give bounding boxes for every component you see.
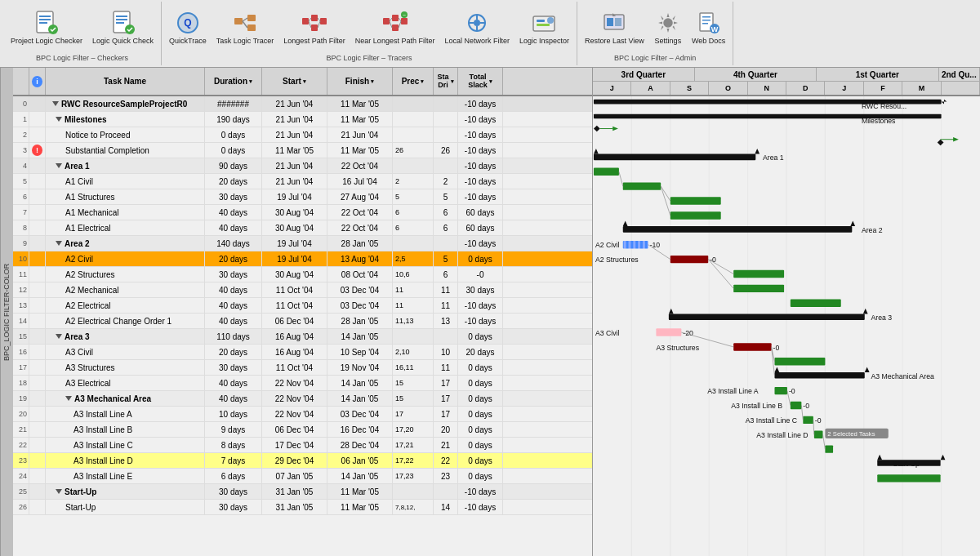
table-row[interactable]: 22 A3 Install Line C 8 days 17 Dec '04 2… bbox=[13, 438, 592, 453]
quick-check-icon bbox=[110, 10, 136, 36]
table-row[interactable]: 9 Area 2 140 days 19 Jul '04 28 Jan '05 … bbox=[13, 236, 592, 251]
table-row[interactable]: 15 Area 3 110 days 16 Aug '04 14 Jan '05… bbox=[13, 329, 592, 345]
table-row[interactable]: 17 A3 Structures 30 days 11 Oct '04 19 N… bbox=[13, 360, 592, 376]
th-start[interactable]: Start▾ bbox=[262, 68, 327, 95]
cell-start: 21 Jun '04 bbox=[262, 174, 327, 189]
svg-marker-70 bbox=[953, 137, 959, 142]
restore-view-button[interactable]: Restore Last View bbox=[581, 7, 648, 48]
table-row[interactable]: 1 Milestones 190 days 21 Jun '04 11 Mar … bbox=[13, 112, 592, 127]
cell-finish: 16 Dec '04 bbox=[327, 422, 393, 437]
table-row[interactable]: 26 Start-Up 30 days 31 Jan '05 11 Mar '0… bbox=[13, 500, 592, 515]
table-row[interactable]: 11 A2 Structures 30 days 30 Aug '04 08 O… bbox=[13, 267, 592, 282]
table-row[interactable]: 21 A3 Install Line B 9 days 06 Dec '04 1… bbox=[13, 422, 592, 438]
web-docs-icon: W bbox=[696, 10, 722, 36]
cell-ts: 60 days bbox=[458, 220, 503, 235]
row-number: 20 bbox=[13, 407, 29, 421]
table-row[interactable]: 7 A1 Mechanical 40 days 30 Aug '04 22 Oc… bbox=[13, 205, 592, 220]
th-prec[interactable]: Prec▾ bbox=[393, 68, 434, 95]
table-row[interactable]: 5 A1 Civil 20 days 21 Jun '04 16 Jul '04… bbox=[13, 174, 592, 189]
expand-icon[interactable] bbox=[65, 396, 72, 401]
gantt-quarters-header: 3rd Quarter 4th Quarter 1st Quarter 2nd … bbox=[593, 68, 980, 82]
gantt-label-linea-num: -0 bbox=[789, 387, 795, 395]
logic-inspector-label: Logic Inspector bbox=[519, 38, 569, 46]
table-row[interactable]: 14 A2 Electrical Change Order 1 40 days … bbox=[13, 314, 592, 329]
cell-finish: 28 Jan '05 bbox=[327, 236, 393, 251]
cell-info bbox=[29, 376, 46, 390]
table-row[interactable]: 25 Start-Up 30 days 31 Jan '05 11 Mar '0… bbox=[13, 484, 592, 500]
quick-check-button[interactable]: Logic Quick Check bbox=[88, 7, 158, 48]
cell-sta: 11 bbox=[434, 282, 458, 297]
project-checker-button[interactable]: Project Logic Checker bbox=[7, 7, 87, 48]
row-number: 2 bbox=[13, 127, 29, 142]
table-row[interactable]: 3 ! Substantial Completion 0 days 11 Mar… bbox=[13, 143, 592, 158]
settings-button[interactable]: Settings bbox=[650, 7, 686, 48]
cell-sta: 14 bbox=[434, 500, 458, 514]
cell-ts: 0 days bbox=[458, 438, 503, 452]
table-row[interactable]: 23 A3 Install Line D 7 days 29 Dec '04 0… bbox=[13, 453, 592, 469]
quicktrace-button[interactable]: Q QuickTrace bbox=[165, 7, 211, 48]
th-total-slack[interactable]: TotalSlack▾ bbox=[458, 68, 503, 95]
cell-start: 21 Jun '04 bbox=[262, 112, 327, 127]
svg-point-37 bbox=[474, 20, 480, 26]
svg-line-31 bbox=[390, 21, 392, 28]
cell-finish: 11 Mar '05 bbox=[327, 484, 393, 499]
table-row[interactable]: 2 Notice to Proceed 0 days 21 Jun '04 21… bbox=[13, 127, 592, 143]
longest-path-label: Longest Path Filter bbox=[283, 38, 345, 46]
svg-rect-3 bbox=[39, 22, 47, 24]
th-finish[interactable]: Finish▾ bbox=[327, 68, 393, 95]
th-sta[interactable]: StaDri▾ bbox=[434, 68, 458, 95]
table-row[interactable]: 16 A3 Civil 20 days 16 Aug '04 10 Sep '0… bbox=[13, 345, 592, 360]
th-name[interactable]: Task Name bbox=[46, 68, 205, 95]
table-row[interactable]: 6 A1 Structures 30 days 19 Jul '04 27 Au… bbox=[13, 189, 592, 205]
expand-icon[interactable] bbox=[56, 163, 62, 168]
cell-info bbox=[29, 267, 46, 282]
cell-sta: 17 bbox=[434, 407, 458, 421]
cell-ts: -10 days bbox=[458, 236, 503, 251]
row-number: 22 bbox=[13, 438, 29, 452]
logic-inspector-button[interactable]: Logic Inspector bbox=[515, 7, 573, 48]
table-row[interactable]: 10 A2 Civil 20 days 19 Jul '04 13 Aug '0… bbox=[13, 251, 592, 267]
table-row[interactable]: 8 A1 Electrical 40 days 30 Aug '04 22 Oc… bbox=[13, 220, 592, 236]
row-number: 5 bbox=[13, 174, 29, 189]
cell-name: A1 Electrical bbox=[46, 220, 205, 235]
table-row[interactable]: 4 Area 1 90 days 21 Jun '04 22 Oct '04 -… bbox=[13, 158, 592, 174]
table-row[interactable]: 19 A3 Mechanical Area 40 days 22 Nov '04… bbox=[13, 391, 592, 407]
svg-line-33 bbox=[399, 21, 401, 28]
expand-icon[interactable] bbox=[56, 241, 62, 246]
expand-icon[interactable] bbox=[56, 117, 62, 122]
cell-prec: 17 bbox=[393, 407, 434, 421]
cell-finish: 11 Mar '05 bbox=[327, 112, 393, 127]
local-network-button[interactable]: Local Network Filter bbox=[440, 7, 514, 48]
task-logic-button[interactable]: Task Logic Tracer bbox=[212, 7, 278, 48]
table-row[interactable]: 20 A3 Install Line A 10 days 22 Nov '04 … bbox=[13, 407, 592, 422]
table-row[interactable]: 0 RWC ResourceSampleProjectR0 ####### 21… bbox=[13, 96, 592, 112]
th-duration[interactable]: Duration▾ bbox=[205, 68, 262, 95]
cell-info bbox=[29, 96, 46, 111]
toolbar-group-checkers: Project Logic Checker Logic Quick Check … bbox=[3, 2, 162, 65]
toolbar-group-tracers: Q QuickTrace Task Logic Tracer Longest P… bbox=[162, 2, 577, 65]
cell-finish: 22 Oct '04 bbox=[327, 205, 393, 220]
row-num-header bbox=[13, 68, 29, 95]
project-checker-label: Project Logic Checker bbox=[11, 38, 82, 46]
cell-prec: 15 bbox=[393, 376, 434, 390]
web-docs-button[interactable]: W Web Docs bbox=[688, 7, 729, 48]
table-row[interactable]: 24 A3 Install Line E 6 days 07 Jan '05 1… bbox=[13, 469, 592, 484]
longest-path-button[interactable]: Longest Path Filter bbox=[279, 7, 350, 48]
expand-icon[interactable] bbox=[56, 489, 62, 494]
gantt-bar-a2mech bbox=[733, 270, 784, 278]
cell-finish: 03 Dec '04 bbox=[327, 282, 393, 297]
cell-sta: 11 bbox=[434, 298, 458, 313]
cell-info: ! bbox=[29, 143, 46, 158]
table-row[interactable]: 12 A2 Mechanical 40 days 11 Oct '04 03 D… bbox=[13, 282, 592, 298]
cell-name: Start-Up bbox=[46, 500, 205, 514]
expand-icon[interactable] bbox=[52, 101, 59, 106]
th-info[interactable]: i bbox=[29, 68, 46, 95]
expand-icon[interactable] bbox=[56, 334, 62, 339]
table-row[interactable]: 18 A3 Electrical 40 days 22 Nov '04 14 J… bbox=[13, 376, 592, 391]
cell-dur: 30 days bbox=[205, 484, 262, 499]
table-row[interactable]: 13 A2 Electrical 40 days 11 Oct '04 03 D… bbox=[13, 298, 592, 314]
svg-rect-29 bbox=[401, 18, 408, 24]
near-longest-button[interactable]: ~ Near Longest Path Filter bbox=[351, 7, 439, 48]
cell-start: 19 Jul '04 bbox=[262, 189, 327, 204]
gantt-bar-a3elec bbox=[774, 358, 825, 365]
